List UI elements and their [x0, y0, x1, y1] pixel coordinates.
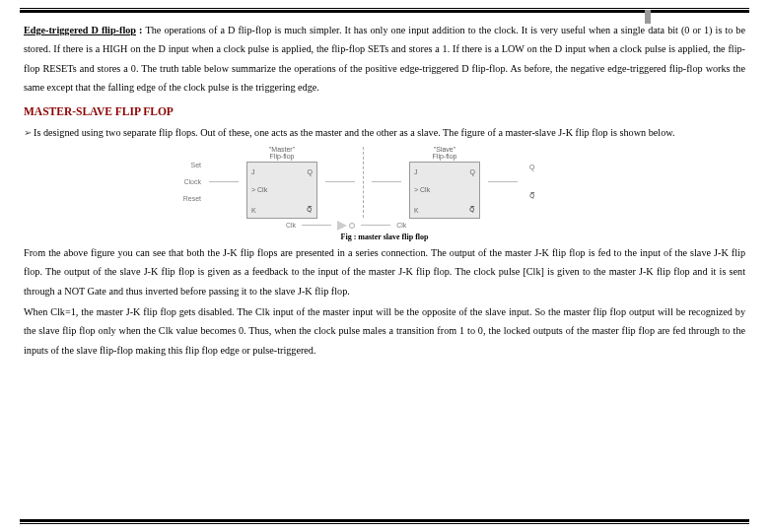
- master-slave-heading: MASTER-SLAVE FLIP FLOP: [24, 105, 745, 117]
- below-para-2: When Clk=1, the master J-K flip flop get…: [24, 302, 745, 360]
- master-title: "Master" Flip-flop: [269, 146, 295, 160]
- not-gate-icon: [337, 221, 355, 231]
- slave-title: "Slave" Flip-flop: [433, 146, 457, 160]
- label-reset: Reset: [168, 195, 201, 202]
- d-flipflop-title: Edge-triggered D flip-flop: [24, 25, 136, 35]
- colon: :: [136, 25, 146, 35]
- wire-icon: [325, 181, 355, 182]
- below-para-1: From the above figure you can see that b…: [24, 243, 745, 300]
- pin-k: K: [414, 207, 419, 214]
- clk-row: Clk Clk: [168, 221, 601, 231]
- bottom-rules: [20, 517, 749, 524]
- pin-k: K: [251, 207, 256, 214]
- label-qbar: Q̅: [529, 192, 557, 200]
- pin-j: J: [251, 168, 255, 175]
- pin-clk: > Clk: [414, 186, 430, 193]
- clk-label-1: Clk: [286, 222, 296, 229]
- d-flipflop-paragraph: Edge-triggered D flip-flop : The operati…: [24, 21, 745, 98]
- clk-label-2: Clk: [396, 222, 406, 229]
- label-q: Q: [529, 164, 557, 170]
- label-set: Set: [168, 162, 201, 168]
- ms-bullet-text: Is designed using two separate flip flop…: [34, 127, 675, 138]
- wire-icon: [361, 225, 390, 226]
- pin-q: Q: [470, 168, 475, 175]
- top-rule-thin: [20, 8, 749, 9]
- bottom-rule-thin: [20, 523, 749, 524]
- master-flipflop-icon: J > Clk K Q Q̅: [246, 162, 317, 219]
- ms-bullet: Is designed using two separate flip flop…: [24, 123, 745, 142]
- pin-qbar: Q̅: [307, 206, 313, 214]
- slave-flipflop-icon: J > Clk K Q Q̅: [409, 162, 480, 219]
- figure-caption: Fig : master slave flip flop: [168, 233, 601, 241]
- figure-row: Set Clock Reset "Master" Flip-flop J > C…: [168, 146, 601, 219]
- wire-icon: [302, 225, 331, 226]
- wire-icon: [372, 181, 401, 182]
- pin-clk: > Clk: [251, 186, 267, 193]
- wire-icon: [209, 181, 239, 182]
- pin-j: J: [414, 168, 418, 175]
- bottom-rule-thick: [20, 519, 749, 522]
- figure-right-labels: Q Q̅: [525, 164, 557, 200]
- page: Edge-triggered D flip-flop : The operati…: [0, 0, 769, 369]
- dashed-separator-icon: [363, 147, 364, 218]
- pin-qbar: Q̅: [469, 206, 475, 214]
- label-clock: Clock: [168, 178, 201, 185]
- slave-block: "Slave" Flip-flop J > Clk K Q Q̅: [409, 146, 480, 219]
- header-notch-icon: [645, 10, 651, 24]
- body: Edge-triggered D flip-flop : The operati…: [20, 13, 749, 360]
- figure-left-labels: Set Clock Reset: [168, 162, 201, 202]
- wire-icon: [488, 181, 518, 182]
- figure-master-slave: Set Clock Reset "Master" Flip-flop J > C…: [168, 146, 601, 241]
- master-block: "Master" Flip-flop J > Clk K Q Q̅: [246, 146, 317, 219]
- pin-q: Q: [308, 168, 313, 175]
